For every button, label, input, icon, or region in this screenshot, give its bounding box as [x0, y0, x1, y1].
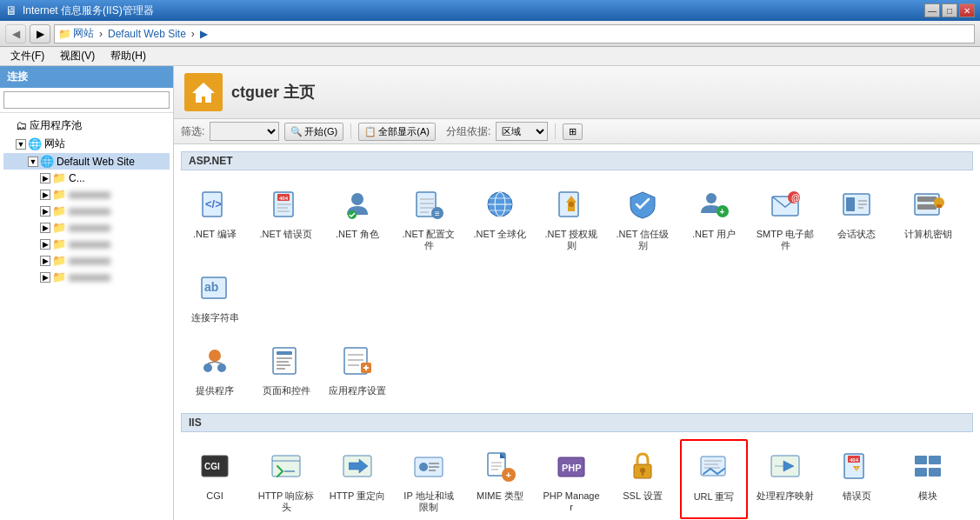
sidebar-item-7[interactable]: ▶ 📁 xxxxxxxx: [3, 269, 170, 285]
icon-net-error[interactable]: 404 .NET 错误页: [252, 177, 320, 257]
back-button[interactable]: ◀: [5, 24, 26, 43]
icon-ssl[interactable]: SSL 设置: [609, 439, 677, 519]
menu-view[interactable]: 视图(V): [53, 47, 102, 65]
expand-icon[interactable]: ▶: [40, 206, 50, 217]
icon-url-rewrite[interactable]: URL 重写: [680, 439, 748, 519]
breadcrumb-current: ▶: [200, 28, 208, 40]
start-icon: 🔍: [290, 126, 303, 137]
expand-icon[interactable]: ▼: [28, 157, 38, 167]
minimize-button[interactable]: —: [924, 3, 940, 17]
icon-net-config[interactable]: ≡ .NET 配置文件: [395, 177, 463, 257]
icon-machinekey[interactable]: 计算机密钥: [894, 177, 962, 257]
page-title: ctguer 主页: [231, 82, 315, 103]
aspnet-icons-grid2: 提供程序 页面和控件 应用程序设置: [181, 334, 973, 403]
sidebar: 连接 🗂 应用程序池 ▼ 🌐 网站 ▼ 🌐 Default Web Site: [0, 66, 174, 520]
sidebar-item-4[interactable]: ▶ 📁 xxxxxxxx: [3, 219, 170, 236]
separator2: [555, 123, 556, 139]
icon-session[interactable]: 会话状态: [823, 177, 890, 257]
expand-icon[interactable]: ▶: [40, 190, 50, 200]
icon-net-role[interactable]: .NET 角色: [323, 177, 391, 257]
net-error-icon: 404: [265, 183, 307, 225]
icon-connstring[interactable]: ab 连接字符串: [181, 261, 249, 330]
maximize-button[interactable]: □: [942, 3, 957, 17]
toolbar: 筛选: 🔍 开始(G) 📋 全部显示(A) 分组依据: 区域 ⊞: [174, 119, 980, 144]
folder-icon: 📁: [52, 204, 66, 217]
section-iis: IIS: [181, 413, 973, 432]
icon-handler[interactable]: 处理程序映射: [751, 439, 819, 519]
svg-point-9: [351, 193, 363, 205]
icon-http-response[interactable]: HTTP 响应标头: [252, 439, 320, 519]
close-button[interactable]: ✕: [959, 3, 975, 17]
section-aspnet: ASP.NET: [181, 151, 973, 170]
sidebar-item-6[interactable]: ▶ 📁 xxxxxxxx: [3, 252, 170, 269]
groupby-label: 分组依据:: [446, 124, 490, 139]
svg-rect-52: [277, 364, 290, 366]
icon-provider[interactable]: 提供程序: [181, 334, 249, 403]
net-role-icon: [337, 183, 378, 225]
icon-modules[interactable]: 模块: [894, 439, 962, 519]
expand-icon[interactable]: ▶: [40, 173, 50, 183]
start-button[interactable]: 🔍 开始(G): [284, 123, 343, 141]
svg-text:404: 404: [850, 457, 859, 463]
menu-file[interactable]: 文件(F): [3, 47, 51, 65]
icon-pagecontrol[interactable]: 页面和控件: [252, 334, 320, 403]
provider-icon: [194, 340, 236, 382]
sidebar-item-c[interactable]: ▶ 📁 C...: [3, 170, 170, 186]
http-response-icon: [265, 445, 307, 487]
sidebar-item-apppool[interactable]: 🗂 应用程序池: [3, 117, 170, 135]
sidebar-item-5[interactable]: ▶ 📁 xxxxxxxx: [3, 236, 170, 252]
svg-marker-0: [192, 83, 215, 103]
ip-limit-icon: [408, 445, 450, 487]
icon-net-compile[interactable]: </> .NET 编译: [181, 177, 249, 257]
sidebar-item-2[interactable]: ▶ 📁 xxxxxxxx: [3, 186, 170, 203]
search-input[interactable]: [3, 91, 170, 109]
icon-net-auth[interactable]: .NET 授权规则: [537, 177, 605, 257]
forward-button[interactable]: ▶: [30, 24, 50, 43]
net-compile-label: .NET 编译: [193, 229, 237, 240]
icon-error-page[interactable]: 404! 错误页: [823, 439, 890, 519]
window-controls[interactable]: — □ ✕: [924, 3, 975, 17]
sidebar-item-label: xxxxxxxx: [69, 205, 110, 217]
websites-icon: 🌐: [28, 137, 42, 150]
icon-net-trust[interactable]: .NET 信任级别: [609, 177, 677, 257]
icon-php[interactable]: PHP PHP Manager: [537, 439, 605, 519]
svg-rect-40: [937, 204, 942, 208]
expand-icon[interactable]: ▶: [40, 272, 50, 283]
net-trust-icon: [622, 183, 663, 225]
php-icon: PHP: [550, 445, 592, 487]
svg-text:+: +: [506, 470, 511, 480]
expand-icon[interactable]: ▶: [40, 256, 50, 266]
icon-http-redirect[interactable]: HTTP 重定向: [323, 439, 391, 519]
show-all-button[interactable]: 📋 全部显示(A): [358, 123, 436, 141]
icon-net-global[interactable]: .NET 全球化: [466, 177, 534, 257]
expand-icon[interactable]: ▶: [40, 223, 50, 233]
filter-select[interactable]: [210, 122, 279, 141]
sidebar-item-3[interactable]: ▶ 📁 xxxxxxxx: [3, 203, 170, 219]
url-rewrite-icon: [693, 446, 735, 488]
groupby-select[interactable]: 区域: [496, 122, 548, 141]
sidebar-item-websites[interactable]: ▼ 🌐 网站: [3, 135, 170, 153]
icon-cgi[interactable]: CGI CGI: [181, 439, 249, 519]
folder-icon: 📁: [52, 270, 66, 283]
svg-point-68: [419, 463, 428, 471]
iis-icons-grid: CGI CGI HTTP 响应标头 HTTP 重定向: [181, 439, 973, 520]
menu-help[interactable]: 帮助(H): [103, 47, 153, 65]
icon-appsettings[interactable]: 应用程序设置: [323, 334, 391, 403]
icon-net-user[interactable]: + .NET 用户: [680, 177, 748, 257]
content-area: ctguer 主页 筛选: 🔍 开始(G) 📋 全部显示(A) 分组依据: 区域…: [174, 66, 980, 520]
separator: [350, 123, 351, 139]
icon-ip-limit[interactable]: IP 地址和域限制: [395, 439, 463, 519]
breadcrumb-websites[interactable]: 📁 网站: [58, 26, 94, 41]
expand-icon[interactable]: ▼: [16, 139, 26, 150]
svg-rect-37: [917, 197, 937, 202]
breadcrumb-default-site[interactable]: Default Web Site: [108, 28, 186, 40]
sidebar-item-default-site[interactable]: ▼ 🌐 Default Web Site: [3, 153, 170, 170]
icon-smtp[interactable]: @ SMTP 电子邮件: [751, 177, 819, 257]
svg-text:CGI: CGI: [204, 462, 220, 471]
mime-label: MIME 类型: [477, 490, 523, 502]
view-button[interactable]: ⊞: [563, 123, 583, 140]
svg-rect-50: [277, 357, 292, 359]
sidebar-item-label: xxxxxxxx: [69, 271, 110, 283]
expand-icon[interactable]: ▶: [40, 239, 50, 250]
icon-mime[interactable]: + MIME 类型: [466, 439, 534, 519]
